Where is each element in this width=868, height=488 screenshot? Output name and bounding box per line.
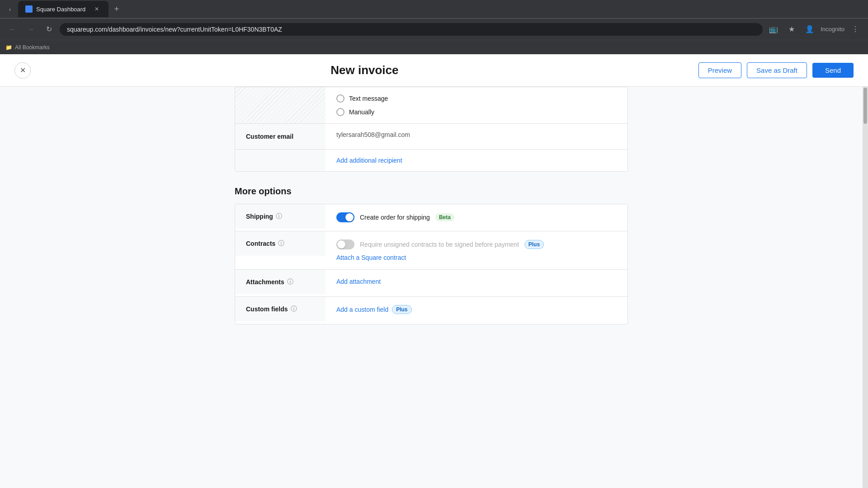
contracts-toggle-row: Require unsigned contracts to be signed …: [336, 239, 544, 249]
add-recipient-link[interactable]: Add additional recipient: [336, 157, 617, 164]
contracts-row: Contracts ⓘ Require unsigned contracts t…: [235, 231, 627, 270]
contracts-toggle[interactable]: [336, 239, 354, 249]
profile-button[interactable]: 👤: [802, 22, 817, 37]
add-recipient-label-col: [235, 150, 326, 171]
text-message-row: Text message Manually: [235, 87, 627, 124]
attachments-content-col: Add attachment: [326, 270, 627, 293]
tab-label: Square Dashboard: [36, 6, 85, 13]
bookmark-button[interactable]: ★: [784, 22, 799, 37]
close-icon: ✕: [20, 66, 26, 75]
text-message-label: Text message: [349, 95, 388, 102]
custom-fields-row: Custom fields ⓘ Add a custom field Plus: [235, 297, 627, 324]
shipping-row: Shipping ⓘ Create order for shipping Bet…: [235, 204, 627, 231]
shipping-toggle[interactable]: [336, 212, 354, 222]
page-body: Text message Manually Cust: [0, 87, 868, 488]
browser-tab[interactable]: Square Dashboard ✕: [18, 1, 108, 17]
form-wrapper: Text message Manually Cust: [235, 87, 628, 343]
customer-email-value: tylersarah508@gmail.com: [336, 131, 617, 138]
header-actions: Preview Save as Draft Send: [698, 62, 854, 78]
attachments-info-icon[interactable]: ⓘ: [287, 278, 293, 286]
tab-bar: ‹ Square Dashboard ✕ +: [0, 0, 868, 18]
invoice-header: ✕ New invoice Preview Save as Draft Send: [0, 54, 868, 87]
incognito-label: Incognito: [821, 26, 844, 33]
refresh-button[interactable]: ↻: [42, 22, 56, 37]
bookmarks-bar: 📁 All Bookmarks: [0, 40, 868, 54]
shipping-toggle-label: Create order for shipping: [360, 214, 430, 221]
address-bar[interactable]: squareup.com/dashboard/invoices/new?curr…: [60, 23, 763, 36]
contracts-info-icon[interactable]: ⓘ: [278, 239, 284, 248]
shipping-toggle-knob: [345, 213, 354, 221]
preview-button[interactable]: Preview: [698, 62, 741, 78]
add-attachment-link[interactable]: Add attachment: [336, 278, 381, 285]
text-message-radio[interactable]: [336, 94, 344, 103]
shipping-toggle-row: Create order for shipping Beta: [336, 212, 454, 222]
contracts-plus-badge: Plus: [524, 240, 544, 249]
forward-button[interactable]: →: [24, 22, 38, 37]
more-options-title: More options: [235, 186, 628, 197]
manually-radio[interactable]: [336, 108, 344, 116]
shipping-content-col: Create order for shipping Beta: [326, 204, 627, 230]
contracts-toggle-knob: [337, 240, 345, 249]
attachments-row: Attachments ⓘ Add attachment: [235, 270, 627, 297]
bookmarks-label: All Bookmarks: [15, 44, 50, 51]
customer-email-content-col: tylersarah508@gmail.com: [326, 124, 627, 149]
custom-fields-plus-badge: Plus: [392, 305, 411, 314]
send-button[interactable]: Send: [812, 63, 854, 78]
add-recipient-row: Add additional recipient: [235, 150, 627, 171]
shipping-label: Shipping: [246, 213, 273, 220]
browser-toolbar: ← → ↻ squareup.com/dashboard/invoices/ne…: [0, 18, 868, 40]
page: ✕ New invoice Preview Save as Draft Send: [0, 54, 868, 488]
shipping-info-icon[interactable]: ⓘ: [276, 212, 282, 221]
custom-fields-content-col: Add a custom field Plus: [326, 297, 627, 322]
attach-contract-link[interactable]: Attach a Square contract: [336, 254, 406, 261]
back-button[interactable]: ←: [5, 22, 20, 37]
tab-favicon: [25, 5, 33, 13]
send-method-options-col: Text message Manually: [326, 87, 627, 123]
extensions-button[interactable]: ⋮: [848, 22, 863, 37]
custom-fields-label: Custom fields: [246, 305, 288, 313]
custom-fields-label-col: Custom fields ⓘ: [235, 297, 326, 321]
custom-fields-info-icon[interactable]: ⓘ: [291, 305, 297, 313]
customer-email-label: Customer email: [246, 133, 293, 140]
contracts-toggle-label: Require unsigned contracts to be signed …: [360, 241, 519, 248]
main-content: Text message Manually Cust: [0, 87, 863, 488]
scrollbar-thumb[interactable]: [863, 88, 867, 124]
bookmarks-folder-icon: 📁: [5, 44, 12, 51]
attachments-label: Attachments: [246, 278, 284, 286]
tab-nav-back[interactable]: ‹: [4, 3, 16, 15]
manually-label: Manually: [349, 108, 374, 116]
url-text: squareup.com/dashboard/invoices/new?curr…: [67, 26, 282, 33]
send-method-card: Text message Manually Cust: [235, 87, 628, 172]
customer-email-label-col: Customer email: [235, 124, 326, 149]
shipping-label-col: Shipping ⓘ: [235, 204, 326, 229]
new-tab-button[interactable]: +: [110, 3, 123, 15]
options-card: Shipping ⓘ Create order for shipping Bet…: [235, 204, 628, 324]
page-title: New invoice: [31, 63, 698, 77]
add-custom-field-link[interactable]: Add a custom field: [336, 306, 388, 313]
text-message-option[interactable]: Text message: [336, 94, 617, 103]
contracts-label-col: Contracts ⓘ: [235, 231, 326, 256]
scrollbar[interactable]: [863, 87, 868, 488]
save-draft-button[interactable]: Save as Draft: [747, 62, 807, 78]
close-invoice-button[interactable]: ✕: [14, 62, 31, 79]
add-recipient-content-col: Add additional recipient: [326, 150, 627, 171]
toolbar-right: 📺 ★ 👤 Incognito ⋮: [766, 22, 863, 37]
send-method-label-col: [235, 87, 326, 123]
cast-button[interactable]: 📺: [766, 22, 781, 37]
contracts-label: Contracts: [246, 240, 275, 247]
attachments-label-col: Attachments ⓘ: [235, 270, 326, 294]
shipping-beta-badge: Beta: [435, 213, 454, 221]
tab-close-button[interactable]: ✕: [92, 5, 101, 14]
contracts-content-col: Require unsigned contracts to be signed …: [326, 231, 627, 269]
manually-option[interactable]: Manually: [336, 108, 617, 116]
browser-window: ‹ Square Dashboard ✕ + ← → ↻ squareup.co…: [0, 0, 868, 488]
customer-email-row: Customer email tylersarah508@gmail.com: [235, 124, 627, 150]
